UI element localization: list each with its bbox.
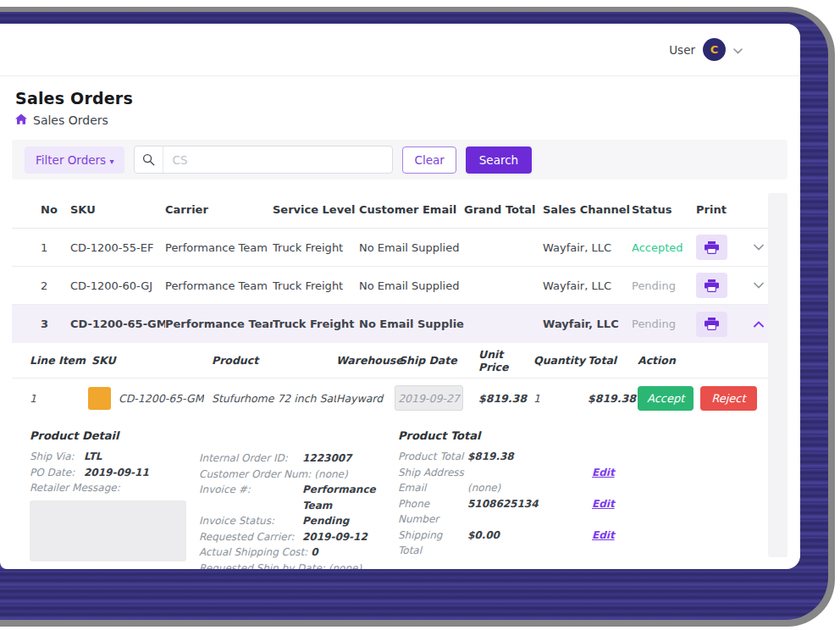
cell-no: 3 — [41, 318, 70, 330]
orders-table-header: No SKU Carrier Service Level Customer Em… — [12, 191, 788, 229]
order-detail-panel: Line Item SKU Product Warehouse Ship Dat… — [12, 343, 788, 569]
ship-date-input[interactable]: 2019-09-27 — [395, 385, 463, 411]
cell-service-level: Truck Freight — [273, 318, 359, 330]
home-icon[interactable] — [15, 113, 27, 127]
product-total-label: Product Total — [398, 449, 467, 465]
cell-service-level: Truck Freight — [273, 241, 359, 254]
print-button[interactable] — [696, 235, 727, 260]
search-input[interactable] — [163, 153, 392, 167]
field-label: Requested Carrier: — [199, 529, 299, 545]
chevron-down-icon[interactable] — [733, 41, 743, 58]
li-unit-price: $819.38 — [478, 392, 533, 405]
edit-ship-address-link[interactable]: Edit — [592, 465, 771, 481]
cell-customer-email: No Email Supplied — [359, 241, 464, 254]
product-total-section: Product Total Product Total $819.38 Ship… — [398, 429, 771, 569]
filter-orders-button[interactable]: Filter Orders ▾ — [25, 146, 124, 174]
orders-table: No SKU Carrier Service Level Customer Em… — [12, 191, 788, 569]
cell-customer-email: No Email Supplied — [359, 318, 464, 330]
po-date-value: 2019-09-11 — [84, 465, 149, 481]
li-quantity: 1 — [533, 392, 588, 405]
cell-no: 2 — [41, 279, 70, 292]
li-warehouse: Hayward — [336, 392, 399, 405]
col-product: Product — [212, 354, 336, 367]
line-items-header: Line Item SKU Product Warehouse Ship Dat… — [12, 343, 788, 379]
avatar[interactable]: C — [703, 38, 726, 61]
shipping-total-value: $0.00 — [467, 528, 592, 544]
product-color-swatch — [88, 387, 111, 410]
col-grand-total: Grand Total — [464, 203, 543, 216]
cell-sku: CD-1200-55-EF — [70, 241, 165, 254]
order-meta-section: Internal Order ID:1223007 Customer Order… — [199, 429, 398, 569]
phone-value: 5108625134 — [467, 496, 592, 512]
po-date-label: PO Date: — [30, 465, 80, 481]
status-badge: Accepted — [632, 241, 696, 254]
col-customer-email: Customer Email — [359, 203, 464, 216]
col-sales-channel: Sales Channel — [543, 203, 632, 216]
li-number: 1 — [30, 392, 91, 405]
col-ship-date: Ship Date — [399, 354, 478, 367]
edit-phone-link[interactable]: Edit — [592, 496, 771, 512]
cell-customer-email: No Email Supplied — [359, 279, 464, 292]
ship-via-value: LTL — [84, 449, 102, 465]
cell-sku: CD-1200-60-GJ — [70, 279, 165, 292]
cell-service-level: Truck Freight — [273, 279, 359, 292]
cell-carrier: Performance Team — [165, 318, 273, 330]
col-line-item: Line Item — [30, 354, 91, 367]
cell-sales-channel: Wayfair, LLC — [543, 279, 632, 292]
search-icon — [135, 146, 163, 173]
col-service-level: Service Level — [273, 203, 359, 216]
field-label: Invoice Status: — [199, 513, 299, 529]
order-row[interactable]: 2 CD-1200-60-GJ Performance Team Truck F… — [12, 267, 788, 305]
scrollbar-track[interactable] — [768, 193, 788, 557]
col-total: Total — [588, 354, 638, 367]
status-badge: Pending — [632, 279, 696, 292]
shipping-total-label: Shipping Total — [398, 528, 467, 559]
order-row[interactable]: 1 CD-1200-55-EF Performance Team Truck F… — [12, 229, 788, 267]
app-window: User C Sales Orders Sales Orders Filter … — [0, 24, 800, 569]
reject-button[interactable]: Reject — [700, 386, 756, 411]
filter-bar: Filter Orders ▾ Clear Search — [12, 140, 788, 180]
user-menu-label: User — [669, 43, 695, 57]
cell-sku: CD-1200-65-GM — [70, 318, 165, 330]
col-carrier: Carrier — [165, 203, 273, 216]
field-label: Requested Ship by Date: — [199, 561, 325, 570]
breadcrumb-item[interactable]: Sales Orders — [33, 113, 108, 127]
app-header: User C — [0, 24, 800, 76]
search-box — [134, 146, 393, 174]
col-quantity: Quantity — [533, 354, 588, 367]
page-title: Sales Orders — [15, 89, 785, 108]
page-head: Sales Orders Sales Orders — [0, 76, 800, 127]
product-total-value: $819.38 — [467, 449, 592, 465]
col-li-sku: SKU — [91, 354, 212, 367]
cell-no: 1 — [41, 241, 70, 254]
clear-button[interactable]: Clear — [402, 146, 456, 174]
cell-sales-channel: Wayfair, LLC — [543, 241, 632, 254]
page: User C Sales Orders Sales Orders Filter … — [0, 0, 840, 630]
col-print: Print — [696, 203, 743, 216]
retailer-message-textarea[interactable] — [30, 500, 186, 561]
accept-button[interactable]: Accept — [638, 386, 694, 411]
search-button[interactable]: Search — [466, 146, 532, 174]
product-detail-heading: Product Detail — [30, 429, 199, 442]
edit-shipping-total-link[interactable]: Edit — [592, 528, 771, 544]
field-label: Customer Order Num: — [199, 467, 311, 483]
field-value: Performance Team — [302, 482, 398, 513]
product-detail-section: Product Detail Ship Via:LTL PO Date:2019… — [30, 429, 199, 569]
cell-carrier: Performance Team — [165, 279, 273, 292]
li-sku: CD-1200-65-GM — [119, 392, 204, 405]
col-no: No — [41, 203, 70, 216]
field-label: Actual Shipping Cost: — [199, 544, 307, 561]
cell-carrier: Performance Team — [165, 241, 273, 254]
retailer-message-label: Retailer Message: — [30, 480, 120, 496]
print-button[interactable] — [696, 273, 727, 298]
order-row-expanded[interactable]: 3 CD-1200-65-GM Performance Team Truck F… — [12, 305, 788, 343]
status-badge: Pending — [632, 318, 696, 330]
email-value: (none) — [467, 480, 592, 496]
breadcrumb: Sales Orders — [15, 113, 785, 127]
col-warehouse: Warehouse — [336, 354, 399, 367]
print-button[interactable] — [696, 312, 727, 337]
caret-down-icon: ▾ — [109, 157, 113, 166]
ship-via-label: Ship Via: — [30, 449, 80, 465]
col-status: Status — [632, 203, 696, 216]
field-value: (none) — [329, 561, 362, 570]
